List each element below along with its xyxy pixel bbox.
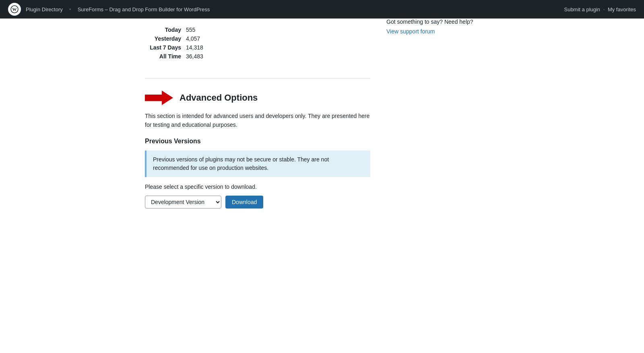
plugin-directory-link[interactable]: Plugin Directory	[26, 6, 63, 12]
stats-row-alltime: All Time 36,483	[145, 53, 370, 60]
advanced-section: Advanced Options This section is intende…	[145, 87, 370, 213]
alltime-label: All Time	[145, 53, 181, 60]
stats-row-last7: Last 7 Days 14,318	[145, 44, 370, 51]
please-select-text: Please select a specific version to down…	[145, 184, 370, 190]
version-select-row: Development Version Download	[145, 196, 370, 208]
notice-box: Previous versions of plugins may not be …	[145, 151, 370, 177]
top-navigation: W Plugin Directory • SureForms – Drag an…	[0, 0, 644, 19]
main-content: Today 555 Yesterday 4,057 Last 7 Days 14…	[137, 19, 507, 213]
stats-row-today: Today 555	[145, 27, 370, 33]
today-value: 555	[186, 27, 195, 33]
support-text: Got something to say? Need help?	[386, 19, 499, 25]
today-label: Today	[145, 27, 181, 33]
last7-value: 14,318	[186, 44, 203, 51]
yesterday-label: Yesterday	[145, 35, 181, 42]
nav-separator-2: •	[603, 8, 605, 11]
red-arrow-icon	[145, 91, 173, 105]
download-button[interactable]: Download	[225, 196, 263, 208]
version-select[interactable]: Development Version	[145, 196, 221, 208]
page-wrapper: Today 555 Yesterday 4,057 Last 7 Days 14…	[0, 19, 644, 353]
svg-text:W: W	[12, 7, 17, 12]
alltime-value: 36,483	[186, 53, 203, 60]
svg-marker-2	[145, 91, 173, 105]
view-support-forum-link[interactable]: View support forum	[386, 28, 435, 35]
stats-row-yesterday: Yesterday 4,057	[145, 35, 370, 42]
yesterday-value: 4,057	[186, 35, 200, 42]
advanced-header: Advanced Options	[145, 91, 370, 105]
stats-table: Today 555 Yesterday 4,057 Last 7 Days 14…	[145, 27, 370, 60]
content-left: Today 555 Yesterday 4,057 Last 7 Days 14…	[145, 19, 370, 213]
submit-plugin-link[interactable]: Submit a plugin	[564, 6, 600, 12]
plugin-name-breadcrumb: SureForms – Drag and Drop Form Builder f…	[78, 6, 210, 12]
previous-versions-title: Previous Versions	[145, 138, 370, 145]
section-divider	[145, 78, 370, 78]
last7-label: Last 7 Days	[145, 44, 181, 51]
advanced-description: This section is intended for advanced us…	[145, 111, 370, 130]
stats-section: Today 555 Yesterday 4,057 Last 7 Days 14…	[145, 19, 370, 70]
my-favorites-link[interactable]: My favorites	[608, 6, 636, 12]
advanced-options-title: Advanced Options	[180, 93, 258, 103]
content-right: Got something to say? Need help? View su…	[386, 19, 499, 213]
nav-separator-1: •	[69, 6, 71, 12]
notice-text: Previous versions of plugins may not be …	[153, 156, 329, 171]
wordpress-logo[interactable]: W	[8, 3, 21, 16]
